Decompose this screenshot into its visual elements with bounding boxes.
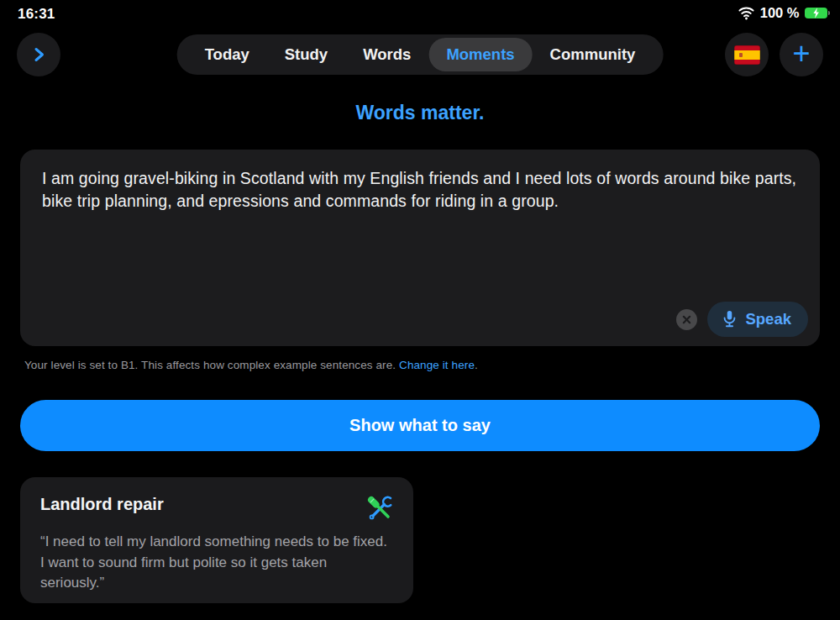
change-level-link[interactable]: Change it here — [399, 359, 475, 371]
spain-flag-icon — [734, 45, 760, 65]
status-indicators: 100 % — [738, 5, 830, 21]
suggestion-card-title: Landlord repair — [40, 495, 164, 514]
tab-study[interactable]: Study — [267, 38, 345, 71]
show-what-to-say-button[interactable]: Show what to say — [20, 400, 820, 451]
tools-icon — [366, 495, 393, 522]
suggestion-card-landlord-repair[interactable]: Landlord repair “I need to tell my landl… — [20, 477, 413, 603]
prompt-text[interactable]: I am going gravel-biking in Scotland wit… — [20, 150, 820, 213]
clear-x-icon — [682, 315, 691, 324]
add-button[interactable]: + — [780, 33, 823, 76]
level-note-suffix: . — [475, 359, 478, 371]
prompt-textarea[interactable]: I am going gravel-biking in Scotland wit… — [20, 150, 820, 346]
wifi-icon — [738, 6, 755, 20]
speak-button[interactable]: Speak — [707, 302, 808, 337]
microphone-icon — [722, 309, 738, 329]
speak-label: Speak — [745, 310, 791, 328]
chevron-right-icon — [29, 45, 49, 65]
clear-input-button[interactable] — [676, 309, 697, 330]
level-note-text: Your level is set to B1. This affects ho… — [24, 359, 399, 371]
page-title: Words matter. — [0, 102, 840, 124]
battery-charging-icon — [805, 8, 831, 19]
tab-community[interactable]: Community — [533, 38, 654, 71]
level-note: Your level is set to B1. This affects ho… — [24, 359, 478, 371]
battery-percent: 100 % — [760, 5, 800, 21]
tab-today[interactable]: Today — [187, 38, 267, 71]
suggestion-card-quote: “I need to tell my landlord something ne… — [40, 532, 393, 594]
main-tab-bar: Today Study Words Moments Community — [177, 34, 664, 75]
plus-icon: + — [792, 39, 810, 69]
language-button[interactable] — [725, 33, 769, 76]
tab-moments[interactable]: Moments — [428, 38, 532, 71]
tab-words[interactable]: Words — [345, 38, 428, 71]
status-time: 16:31 — [18, 6, 55, 23]
expand-sidebar-button[interactable] — [17, 33, 60, 76]
prompt-actions: Speak — [676, 302, 808, 337]
suggestion-card-header: Landlord repair — [40, 495, 393, 522]
